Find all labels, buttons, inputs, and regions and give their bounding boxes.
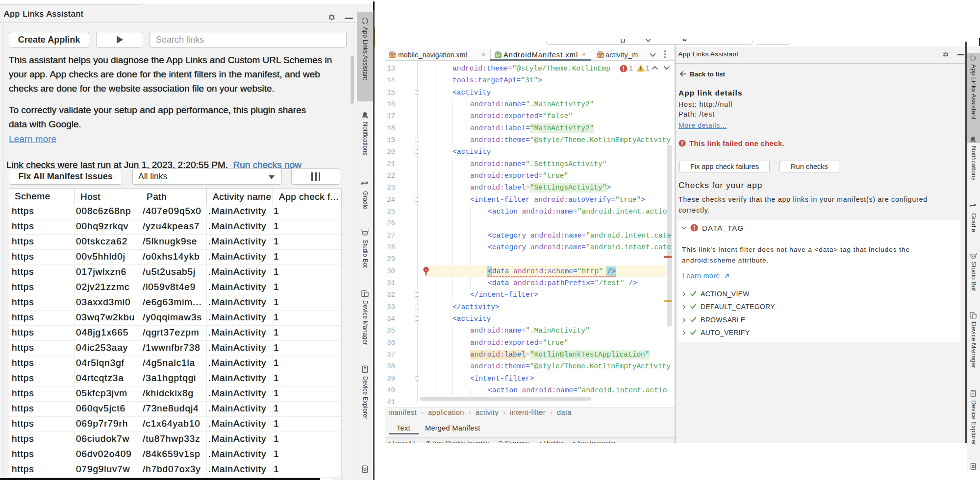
svg-text:MF: MF [496,54,500,57]
